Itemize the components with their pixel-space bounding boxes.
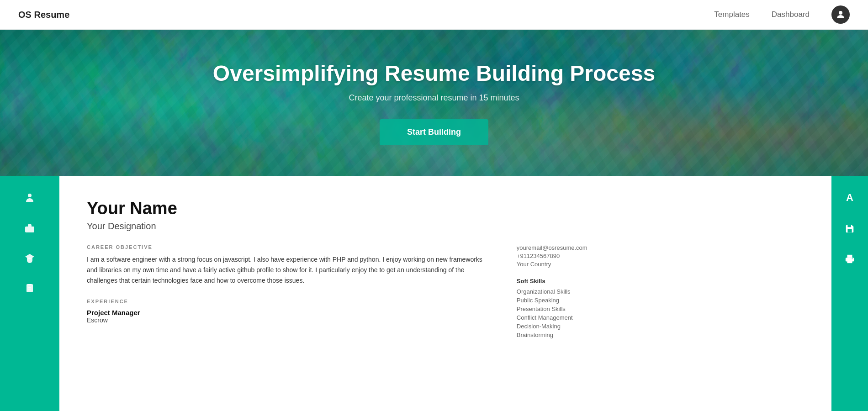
skill-item-3: Conflict Management: [517, 314, 804, 321]
svg-rect-3: [25, 227, 34, 232]
svg-point-9: [852, 258, 853, 259]
resume-body: CAREER OBJECTIVE I am a software enginee…: [87, 244, 804, 340]
skill-item-2: Presentation Skills: [517, 306, 804, 312]
resume-left-column: CAREER OBJECTIVE I am a software enginee…: [87, 244, 489, 340]
navbar: OS Resume Templates Dashboard: [0, 0, 868, 30]
user-avatar[interactable]: [831, 5, 850, 24]
hero-content: Oversimplifying Resume Building Process …: [213, 61, 655, 145]
save-icon[interactable]: [842, 221, 858, 237]
hero-title: Oversimplifying Resume Building Process: [213, 61, 655, 86]
sidebar-clipboard-icon[interactable]: [21, 280, 38, 296]
print-icon[interactable]: [842, 251, 858, 267]
navbar-right: Templates Dashboard: [714, 5, 850, 24]
resume-designation[interactable]: Your Designation: [87, 221, 804, 232]
skill-item-0: Organizational Skills: [517, 288, 804, 295]
dashboard-link[interactable]: Dashboard: [772, 10, 810, 19]
soft-skills-label: Soft Skills: [517, 278, 804, 285]
resume-name[interactable]: Your Name: [87, 199, 804, 218]
save-icon-group[interactable]: [842, 221, 858, 237]
right-sidebar: A: [831, 176, 868, 411]
svg-point-2: [28, 194, 32, 197]
main-area: Your Name Your Designation CAREER OBJECT…: [0, 176, 868, 411]
templates-link[interactable]: Templates: [714, 10, 749, 19]
job-company: Escrow: [87, 316, 489, 324]
contact-country: Your Country: [517, 261, 804, 268]
resume-preview: Your Name Your Designation CAREER OBJECT…: [59, 176, 831, 411]
font-icon-group[interactable]: A: [842, 190, 858, 207]
svg-rect-5: [26, 284, 33, 292]
brand-logo[interactable]: OS Resume: [18, 10, 69, 20]
career-objective-text: I am a software engineer with a strong f…: [87, 254, 489, 286]
left-sidebar: [0, 176, 59, 411]
hero-section: Oversimplifying Resume Building Process …: [0, 30, 868, 176]
skills-list: Organizational Skills Public Speaking Pr…: [517, 288, 804, 338]
svg-point-0: [839, 11, 842, 15]
skill-item-4: Decision-Making: [517, 323, 804, 330]
sidebar-person-icon[interactable]: [21, 190, 38, 206]
experience-label: EXPERIENCE: [87, 299, 489, 304]
contact-phone: +911234567890: [517, 253, 804, 259]
skill-item-5: Brainstorming: [517, 332, 804, 338]
skill-item-1: Public Speaking: [517, 297, 804, 304]
sidebar-briefcase-icon[interactable]: [21, 220, 38, 236]
job-title: Project Manager: [87, 309, 489, 316]
font-icon[interactable]: A: [842, 190, 858, 206]
print-icon-group[interactable]: [842, 251, 858, 267]
hero-subtitle: Create your professional resume in 15 mi…: [213, 93, 655, 103]
resume-right-column: youremail@osresume.com +911234567890 You…: [517, 244, 804, 340]
career-objective-label: CAREER OBJECTIVE: [87, 244, 489, 250]
sidebar-education-icon[interactable]: [21, 250, 38, 266]
start-building-button[interactable]: Start Building: [380, 119, 488, 145]
contact-email: youremail@osresume.com: [517, 244, 804, 251]
